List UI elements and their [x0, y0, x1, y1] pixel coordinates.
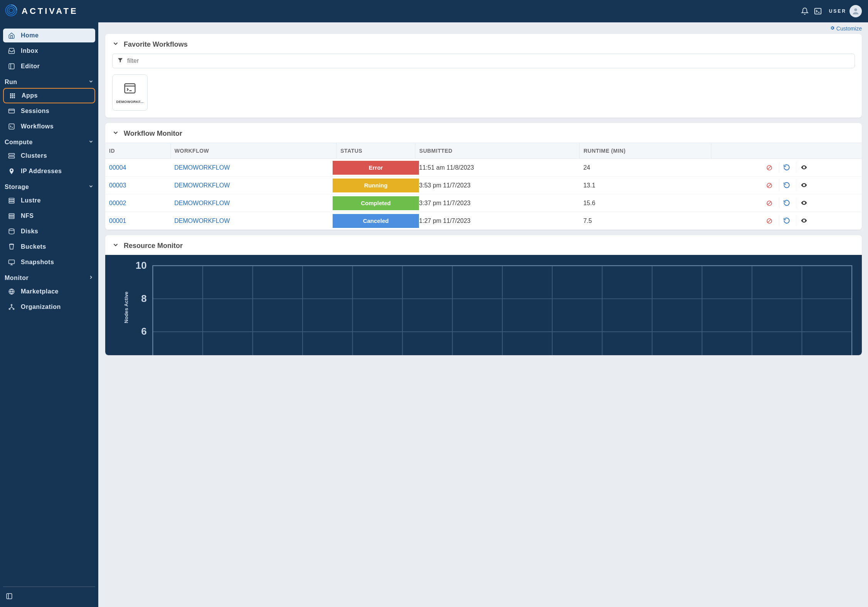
cancel-button[interactable] — [762, 198, 777, 209]
sidebar-item-ip-addresses[interactable]: IP Addresses — [3, 164, 95, 178]
col-workflow[interactable]: WORKFLOW — [170, 143, 336, 159]
svg-rect-21 — [9, 157, 15, 158]
sidebar-collapse-button[interactable] — [3, 589, 95, 603]
svg-line-44 — [768, 184, 771, 187]
sidebar-item-label: Disks — [21, 228, 38, 235]
notifications-button[interactable] — [798, 5, 811, 18]
sidebar-section-compute[interactable]: Compute — [3, 134, 95, 148]
sidebar-item-clusters[interactable]: Clusters — [3, 149, 95, 163]
col-status[interactable]: STATUS — [336, 143, 415, 159]
sidebar-item-label: Organization — [21, 304, 61, 310]
workflow-id-link[interactable]: 00001 — [105, 212, 170, 230]
table-row: 00004 DEMOWORKFLOW Error 11:51 am 11/8/2… — [105, 159, 862, 177]
sidebar-section-run[interactable]: Run — [3, 74, 95, 88]
svg-rect-22 — [9, 198, 14, 200]
sidebar-item-label: Editor — [21, 63, 40, 70]
favorites-filter[interactable] — [112, 54, 855, 68]
sidebar-item-label: Apps — [22, 92, 38, 99]
sidebar-item-sessions[interactable]: Sessions — [3, 104, 95, 118]
inbox-icon — [8, 47, 15, 54]
favorites-filter-input[interactable] — [127, 57, 850, 64]
rerun-button[interactable] — [779, 215, 794, 226]
view-button[interactable] — [796, 197, 811, 208]
avatar[interactable] — [849, 5, 862, 17]
sidebar-item-buckets[interactable]: Buckets — [3, 240, 95, 254]
favorite-card-label: DEMOWORKF... — [115, 100, 145, 104]
favorite-workflow-card[interactable]: DEMOWORKF... — [112, 74, 148, 111]
svg-point-34 — [9, 309, 10, 310]
sidebar-item-apps[interactable]: Apps — [3, 88, 95, 103]
sidebar-section-monitor[interactable]: Monitor — [3, 270, 95, 284]
svg-line-46 — [768, 202, 771, 205]
workflow-id-link[interactable]: 00002 — [105, 194, 170, 212]
workflow-id-link[interactable]: 00003 — [105, 177, 170, 194]
terminal-button[interactable] — [811, 5, 824, 18]
sidebar-item-label: Buckets — [21, 243, 46, 250]
sidebar-item-snapshots[interactable]: Snapshots — [3, 255, 95, 269]
sidebar-section-storage[interactable]: Storage — [3, 179, 95, 193]
runtime-cell: 13.1 — [579, 177, 711, 194]
col-submitted[interactable]: SUBMITTED — [415, 143, 579, 159]
sidebar-item-disks[interactable]: Disks — [3, 224, 95, 238]
col-id[interactable]: ID — [105, 143, 170, 159]
cancel-button[interactable] — [762, 162, 777, 173]
sidebar-item-home[interactable]: Home — [3, 29, 95, 42]
workflow-name-link[interactable]: DEMOWORKFLOW — [170, 212, 336, 230]
rerun-button[interactable] — [779, 180, 794, 191]
svg-rect-11 — [12, 95, 13, 96]
table-row: 00003 DEMOWORKFLOW Running 3:53 pm 11/7/… — [105, 177, 862, 194]
resource-panel-header[interactable]: Resource Monitor — [105, 235, 862, 255]
status-badge: Canceled — [333, 214, 419, 228]
cancel-button[interactable] — [762, 216, 777, 226]
workflow-name-link[interactable]: DEMOWORKFLOW — [170, 194, 336, 212]
view-button[interactable] — [796, 180, 811, 191]
customize-button[interactable]: Customize — [830, 25, 862, 32]
svg-rect-38 — [125, 84, 135, 93]
sidebar-item-lustre[interactable]: Lustre — [3, 194, 95, 207]
col-runtime[interactable]: RUNTIME (MIN) — [579, 143, 711, 159]
sidebar-item-marketplace[interactable]: Marketplace — [3, 285, 95, 298]
sessions-icon — [8, 108, 15, 115]
panel-title: Favorite Workflows — [124, 40, 188, 49]
status-badge: Error — [333, 161, 419, 175]
workflow-table: ID WORKFLOW STATUS SUBMITTED RUNTIME (MI… — [105, 143, 862, 230]
sidebar-item-editor[interactable]: Editor — [3, 59, 95, 73]
workflow-name-link[interactable]: DEMOWORKFLOW — [170, 159, 336, 177]
status-badge: Completed — [333, 196, 419, 210]
gear-icon — [830, 25, 835, 32]
sidebar-item-label: Lustre — [21, 197, 41, 204]
sidebar-item-inbox[interactable]: Inbox — [3, 44, 95, 58]
resource-monitor-panel: Resource Monitor Nodes Active 0246810 — [105, 235, 862, 355]
sidebar-section-label: Run — [5, 79, 17, 86]
view-button[interactable] — [796, 162, 811, 173]
svg-point-28 — [9, 229, 14, 231]
cancel-button[interactable] — [762, 180, 777, 191]
svg-rect-26 — [9, 216, 14, 217]
sidebar-item-workflows[interactable]: Workflows — [3, 120, 95, 133]
user-label: USER — [829, 8, 846, 14]
view-button[interactable] — [796, 215, 811, 226]
status-badge: Running — [333, 179, 419, 192]
sidebar-section-label: Monitor — [5, 275, 29, 282]
svg-text:8: 8 — [141, 293, 146, 304]
rerun-button[interactable] — [779, 197, 794, 208]
sidebar-item-label: IP Addresses — [21, 168, 62, 175]
sidebar-item-organization[interactable]: Organization — [3, 300, 95, 314]
workflow-id-link[interactable]: 00004 — [105, 159, 170, 177]
svg-point-1 — [7, 7, 15, 14]
submitted-cell: 3:53 pm 11/7/2023 — [415, 177, 579, 194]
workflow-name-link[interactable]: DEMOWORKFLOW — [170, 177, 336, 194]
storage-icon — [8, 197, 15, 204]
favorites-panel-header[interactable]: Favorite Workflows — [105, 34, 862, 54]
svg-rect-15 — [13, 97, 15, 98]
storage-icon — [8, 212, 15, 219]
sidebar-item-nfs[interactable]: NFS — [3, 209, 95, 223]
disk-icon — [8, 228, 15, 235]
svg-rect-5 — [9, 64, 14, 69]
bucket-icon — [8, 243, 15, 250]
rerun-button[interactable] — [779, 162, 794, 173]
workflow-panel-header[interactable]: Workflow Monitor — [105, 123, 862, 143]
panel-collapse-icon — [5, 593, 13, 600]
table-row: 00002 DEMOWORKFLOW Completed 3:37 pm 11/… — [105, 194, 862, 212]
location-icon — [8, 168, 15, 175]
